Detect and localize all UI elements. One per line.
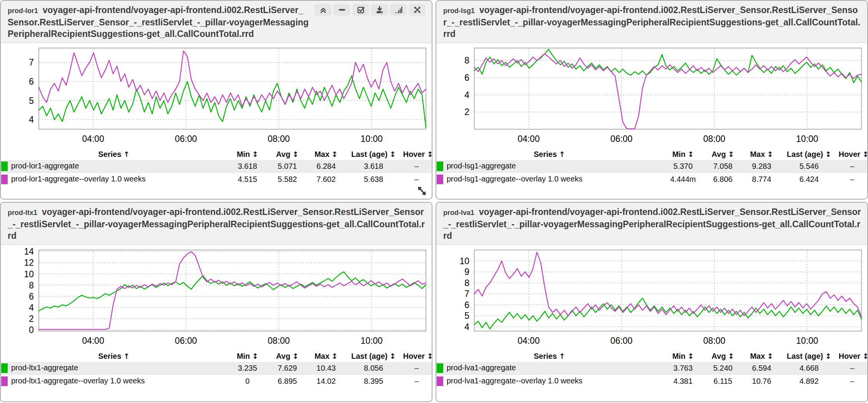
remove-button[interactable] [333, 4, 350, 16]
col-header-series[interactable]: Series ↑ [436, 351, 663, 362]
series-color-swatch[interactable] [437, 363, 443, 373]
stats-button[interactable] [390, 4, 407, 16]
download-icon [375, 5, 384, 14]
max-value: 10.43 [307, 362, 346, 375]
col-header-min[interactable]: Min ↕ [227, 149, 268, 160]
graph-panel-prod-lva1: prod-lva1voyager-api-frontend/voyager-ap… [436, 202, 868, 402]
series-color-swatch[interactable] [1, 175, 8, 184]
table-header-row: Series ↑ Min ↕ Avg ↕ Max ↕ Last (age) ↕ … [1, 149, 432, 160]
col-header-max[interactable]: Max ↕ [742, 351, 781, 362]
last-value: 5.638 [346, 173, 402, 186]
table-header-row: Series ↑ Min ↕ Avg ↕ Max ↕ Last (age) ↕ … [1, 351, 432, 362]
col-header-hover[interactable]: Hover ↕ [401, 351, 432, 362]
col-header-hover[interactable]: Hover ↕ [837, 149, 867, 160]
col-header-last[interactable]: Last (age) ↕ [781, 351, 837, 362]
min-value: 5.370 [663, 160, 704, 173]
panel-header: prod-lor1voyager-api-frontend/voyager-ap… [1, 1, 432, 43]
timeseries-chart[interactable]: 0246810121404:0006:0008:0010:00 [1, 245, 432, 346]
panel-header: prod-lsg1voyager-api-frontend/voyager-ap… [436, 1, 867, 43]
col-header-last[interactable]: Last (age) ↕ [781, 149, 837, 160]
min-value: 4.444m [663, 173, 704, 186]
timeseries-chart[interactable]: 4567891004:0006:0008:0010:00 [436, 245, 867, 346]
col-header-avg[interactable]: Avg ↕ [268, 351, 307, 362]
svg-text:4: 4 [464, 90, 469, 100]
series-row[interactable]: prod-ltx1-aggregate 3.235 7.629 10.43 8.… [1, 362, 432, 375]
svg-text:9: 9 [464, 267, 469, 277]
select-button[interactable] [352, 4, 369, 16]
svg-text:6: 6 [29, 291, 34, 301]
avg-value: 6.895 [268, 375, 307, 388]
col-header-min[interactable]: Min ↕ [227, 351, 268, 362]
dashboard-grid: prod-lor1voyager-api-frontend/voyager-ap… [0, 0, 868, 402]
timeseries-chart[interactable]: 246804:0006:0008:0010:00 [436, 43, 867, 144]
series-row[interactable]: prod-lor1-aggregate--overlay 1.0 weeks 4… [1, 173, 432, 186]
series-color-swatch[interactable] [1, 376, 8, 386]
col-header-hover[interactable]: Hover ↕ [837, 351, 867, 362]
series-row[interactable]: prod-lsg1-aggregate 5.370 7.058 9.283 5.… [436, 160, 867, 173]
col-header-last[interactable]: Last (age) ↕ [346, 149, 402, 160]
sort-icon: ↕ [863, 352, 868, 360]
min-value: 3.618 [227, 160, 268, 173]
timeseries-chart[interactable]: 456704:0006:0008:0010:00 [1, 43, 432, 144]
series-table: Series ↑ Min ↕ Avg ↕ Max ↕ Last (age) ↕ … [436, 149, 867, 186]
signal-icon [394, 5, 403, 14]
metric-title: voyager-api-frontend/voyager-api-fronten… [443, 207, 861, 241]
col-header-series[interactable]: Series ↑ [436, 149, 663, 160]
svg-text:6: 6 [464, 73, 469, 83]
series-row[interactable]: prod-lsg1-aggregate--overlay 1.0 weeks 4… [436, 173, 867, 186]
col-header-hover[interactable]: Hover ↕ [401, 149, 432, 160]
col-header-series[interactable]: Series ↑ [1, 351, 227, 362]
panel-header: prod-ltx1voyager-api-frontend/voyager-ap… [1, 203, 432, 245]
series-color-swatch[interactable] [437, 175, 443, 184]
resize-handle[interactable] [416, 185, 428, 197]
sort-icon: ↕ [252, 352, 258, 360]
col-header-max[interactable]: Max ↕ [307, 351, 346, 362]
angles-up-icon [319, 5, 328, 14]
table-header-row: Series ↑ Min ↕ Avg ↕ Max ↕ Last (age) ↕ … [436, 149, 867, 160]
col-header-avg[interactable]: Avg ↕ [268, 149, 307, 160]
series-row[interactable]: prod-lor1-aggregate 3.618 5.071 6.284 3.… [1, 160, 432, 173]
sort-icon: ↕ [687, 352, 694, 360]
min-value: 4.515 [227, 173, 268, 186]
series-name: prod-lsg1-aggregate [447, 162, 516, 170]
fullscreen-button[interactable] [409, 4, 426, 16]
svg-text:10: 10 [459, 256, 469, 266]
svg-text:06:00: 06:00 [175, 134, 197, 144]
sort-icon: ↕ [825, 150, 832, 158]
hover-value: – [401, 173, 432, 186]
series-row[interactable]: prod-ltx1-aggregate--overlay 1.0 weeks 0… [1, 375, 432, 388]
series-row[interactable]: prod-lva1-aggregate 3.763 5.240 6.594 4.… [436, 362, 867, 375]
col-header-last[interactable]: Last (age) ↕ [346, 351, 402, 362]
col-header-max[interactable]: Max ↕ [742, 149, 781, 160]
min-value: 3.235 [227, 362, 268, 375]
col-header-avg[interactable]: Avg ↕ [704, 351, 742, 362]
series-name: prod-ltx1-aggregate--overlay 1.0 weeks [11, 376, 145, 385]
sort-icon: ↕ [292, 352, 298, 360]
svg-text:6: 6 [29, 77, 34, 87]
svg-text:10:00: 10:00 [361, 134, 383, 144]
series-table: Series ↑ Min ↕ Avg ↕ Max ↕ Last (age) ↕ … [1, 351, 432, 388]
download-button[interactable] [371, 4, 388, 16]
collapse-button[interactable] [315, 4, 331, 16]
svg-text:4: 4 [464, 322, 469, 332]
sort-icon: ↕ [767, 150, 773, 158]
hover-value: – [401, 160, 432, 173]
series-color-swatch[interactable] [1, 363, 8, 373]
series-color-swatch[interactable] [437, 162, 443, 171]
col-header-avg[interactable]: Avg ↕ [704, 149, 742, 160]
svg-text:06:00: 06:00 [610, 134, 633, 144]
col-header-min[interactable]: Min ↕ [663, 149, 704, 160]
svg-text:08:00: 08:00 [703, 134, 726, 144]
series-color-swatch[interactable] [437, 376, 443, 386]
col-header-max[interactable]: Max ↕ [307, 149, 346, 160]
series-row[interactable]: prod-lva1-aggregate--overlay 1.0 weeks 4… [436, 375, 867, 388]
series-color-swatch[interactable] [1, 162, 8, 171]
svg-text:10:00: 10:00 [796, 134, 818, 144]
svg-text:06:00: 06:00 [175, 336, 197, 346]
series-name: prod-lor1-aggregate--overlay 1.0 weeks [11, 175, 146, 183]
min-value: 3.763 [663, 362, 704, 375]
host-badge: prod-lor1 [8, 7, 38, 15]
last-value: 8.056 [346, 362, 402, 375]
col-header-min[interactable]: Min ↕ [663, 351, 704, 362]
col-header-series[interactable]: Series ↑ [1, 149, 227, 160]
